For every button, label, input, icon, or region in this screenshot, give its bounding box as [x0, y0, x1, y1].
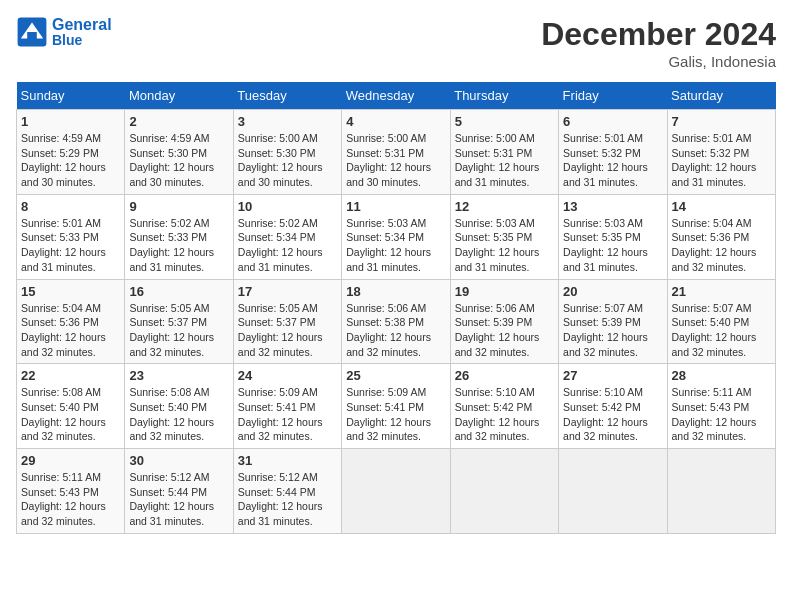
day-info: Sunrise: 5:09 AMSunset: 5:41 PMDaylight:…	[346, 385, 445, 444]
calendar-cell: 23Sunrise: 5:08 AMSunset: 5:40 PMDayligh…	[125, 364, 233, 449]
day-info: Sunrise: 4:59 AMSunset: 5:30 PMDaylight:…	[129, 131, 228, 190]
calendar-cell	[450, 449, 558, 534]
calendar-cell: 18Sunrise: 5:06 AMSunset: 5:38 PMDayligh…	[342, 279, 450, 364]
day-number: 28	[672, 368, 771, 383]
day-info: Sunrise: 5:05 AMSunset: 5:37 PMDaylight:…	[129, 301, 228, 360]
calendar-body: 1Sunrise: 4:59 AMSunset: 5:29 PMDaylight…	[17, 110, 776, 534]
day-info: Sunrise: 5:07 AMSunset: 5:39 PMDaylight:…	[563, 301, 662, 360]
calendar-week-5: 29Sunrise: 5:11 AMSunset: 5:43 PMDayligh…	[17, 449, 776, 534]
calendar-week-4: 22Sunrise: 5:08 AMSunset: 5:40 PMDayligh…	[17, 364, 776, 449]
day-number: 13	[563, 199, 662, 214]
day-number: 2	[129, 114, 228, 129]
day-info: Sunrise: 5:00 AMSunset: 5:31 PMDaylight:…	[455, 131, 554, 190]
logo-text: General Blue	[52, 16, 112, 48]
day-number: 6	[563, 114, 662, 129]
calendar-cell: 30Sunrise: 5:12 AMSunset: 5:44 PMDayligh…	[125, 449, 233, 534]
calendar-cell	[667, 449, 775, 534]
day-number: 5	[455, 114, 554, 129]
calendar-cell: 17Sunrise: 5:05 AMSunset: 5:37 PMDayligh…	[233, 279, 341, 364]
day-number: 21	[672, 284, 771, 299]
day-number: 14	[672, 199, 771, 214]
day-number: 17	[238, 284, 337, 299]
day-info: Sunrise: 4:59 AMSunset: 5:29 PMDaylight:…	[21, 131, 120, 190]
calendar-cell: 13Sunrise: 5:03 AMSunset: 5:35 PMDayligh…	[559, 194, 667, 279]
day-info: Sunrise: 5:12 AMSunset: 5:44 PMDaylight:…	[129, 470, 228, 529]
calendar-cell: 4Sunrise: 5:00 AMSunset: 5:31 PMDaylight…	[342, 110, 450, 195]
day-number: 9	[129, 199, 228, 214]
day-number: 4	[346, 114, 445, 129]
day-info: Sunrise: 5:01 AMSunset: 5:33 PMDaylight:…	[21, 216, 120, 275]
day-info: Sunrise: 5:03 AMSunset: 5:34 PMDaylight:…	[346, 216, 445, 275]
day-number: 19	[455, 284, 554, 299]
calendar-cell: 7Sunrise: 5:01 AMSunset: 5:32 PMDaylight…	[667, 110, 775, 195]
month-title: December 2024	[541, 16, 776, 53]
day-info: Sunrise: 5:05 AMSunset: 5:37 PMDaylight:…	[238, 301, 337, 360]
day-header-thursday: Thursday	[450, 82, 558, 110]
calendar-cell: 15Sunrise: 5:04 AMSunset: 5:36 PMDayligh…	[17, 279, 125, 364]
day-header-saturday: Saturday	[667, 82, 775, 110]
location: Galis, Indonesia	[541, 53, 776, 70]
day-info: Sunrise: 5:00 AMSunset: 5:30 PMDaylight:…	[238, 131, 337, 190]
day-info: Sunrise: 5:01 AMSunset: 5:32 PMDaylight:…	[672, 131, 771, 190]
day-number: 26	[455, 368, 554, 383]
day-info: Sunrise: 5:03 AMSunset: 5:35 PMDaylight:…	[563, 216, 662, 275]
day-info: Sunrise: 5:09 AMSunset: 5:41 PMDaylight:…	[238, 385, 337, 444]
calendar-week-1: 1Sunrise: 4:59 AMSunset: 5:29 PMDaylight…	[17, 110, 776, 195]
calendar-cell: 21Sunrise: 5:07 AMSunset: 5:40 PMDayligh…	[667, 279, 775, 364]
calendar-cell: 24Sunrise: 5:09 AMSunset: 5:41 PMDayligh…	[233, 364, 341, 449]
day-header-friday: Friday	[559, 82, 667, 110]
day-number: 1	[21, 114, 120, 129]
day-info: Sunrise: 5:08 AMSunset: 5:40 PMDaylight:…	[129, 385, 228, 444]
day-number: 10	[238, 199, 337, 214]
day-info: Sunrise: 5:01 AMSunset: 5:32 PMDaylight:…	[563, 131, 662, 190]
day-info: Sunrise: 5:08 AMSunset: 5:40 PMDaylight:…	[21, 385, 120, 444]
day-number: 27	[563, 368, 662, 383]
day-number: 16	[129, 284, 228, 299]
day-number: 22	[21, 368, 120, 383]
day-number: 24	[238, 368, 337, 383]
calendar-cell: 22Sunrise: 5:08 AMSunset: 5:40 PMDayligh…	[17, 364, 125, 449]
calendar-table: SundayMondayTuesdayWednesdayThursdayFrid…	[16, 82, 776, 534]
day-info: Sunrise: 5:00 AMSunset: 5:31 PMDaylight:…	[346, 131, 445, 190]
calendar-cell: 20Sunrise: 5:07 AMSunset: 5:39 PMDayligh…	[559, 279, 667, 364]
day-info: Sunrise: 5:02 AMSunset: 5:34 PMDaylight:…	[238, 216, 337, 275]
day-number: 20	[563, 284, 662, 299]
day-info: Sunrise: 5:10 AMSunset: 5:42 PMDaylight:…	[455, 385, 554, 444]
calendar-header-row: SundayMondayTuesdayWednesdayThursdayFrid…	[17, 82, 776, 110]
day-number: 7	[672, 114, 771, 129]
day-info: Sunrise: 5:12 AMSunset: 5:44 PMDaylight:…	[238, 470, 337, 529]
calendar-cell: 10Sunrise: 5:02 AMSunset: 5:34 PMDayligh…	[233, 194, 341, 279]
day-header-tuesday: Tuesday	[233, 82, 341, 110]
calendar-cell: 1Sunrise: 4:59 AMSunset: 5:29 PMDaylight…	[17, 110, 125, 195]
calendar-cell: 31Sunrise: 5:12 AMSunset: 5:44 PMDayligh…	[233, 449, 341, 534]
calendar-cell: 26Sunrise: 5:10 AMSunset: 5:42 PMDayligh…	[450, 364, 558, 449]
day-info: Sunrise: 5:04 AMSunset: 5:36 PMDaylight:…	[672, 216, 771, 275]
day-info: Sunrise: 5:02 AMSunset: 5:33 PMDaylight:…	[129, 216, 228, 275]
day-header-monday: Monday	[125, 82, 233, 110]
calendar-cell: 9Sunrise: 5:02 AMSunset: 5:33 PMDaylight…	[125, 194, 233, 279]
day-number: 11	[346, 199, 445, 214]
day-info: Sunrise: 5:06 AMSunset: 5:38 PMDaylight:…	[346, 301, 445, 360]
calendar-cell: 29Sunrise: 5:11 AMSunset: 5:43 PMDayligh…	[17, 449, 125, 534]
day-info: Sunrise: 5:10 AMSunset: 5:42 PMDaylight:…	[563, 385, 662, 444]
calendar-cell: 11Sunrise: 5:03 AMSunset: 5:34 PMDayligh…	[342, 194, 450, 279]
day-number: 31	[238, 453, 337, 468]
day-number: 12	[455, 199, 554, 214]
calendar-cell: 28Sunrise: 5:11 AMSunset: 5:43 PMDayligh…	[667, 364, 775, 449]
day-number: 30	[129, 453, 228, 468]
day-number: 15	[21, 284, 120, 299]
calendar-cell: 3Sunrise: 5:00 AMSunset: 5:30 PMDaylight…	[233, 110, 341, 195]
calendar-cell: 12Sunrise: 5:03 AMSunset: 5:35 PMDayligh…	[450, 194, 558, 279]
calendar-cell: 16Sunrise: 5:05 AMSunset: 5:37 PMDayligh…	[125, 279, 233, 364]
calendar-week-3: 15Sunrise: 5:04 AMSunset: 5:36 PMDayligh…	[17, 279, 776, 364]
logo: General Blue	[16, 16, 112, 48]
calendar-week-2: 8Sunrise: 5:01 AMSunset: 5:33 PMDaylight…	[17, 194, 776, 279]
calendar-cell: 8Sunrise: 5:01 AMSunset: 5:33 PMDaylight…	[17, 194, 125, 279]
day-number: 29	[21, 453, 120, 468]
day-number: 23	[129, 368, 228, 383]
day-info: Sunrise: 5:07 AMSunset: 5:40 PMDaylight:…	[672, 301, 771, 360]
day-number: 18	[346, 284, 445, 299]
day-info: Sunrise: 5:11 AMSunset: 5:43 PMDaylight:…	[672, 385, 771, 444]
day-info: Sunrise: 5:06 AMSunset: 5:39 PMDaylight:…	[455, 301, 554, 360]
day-header-wednesday: Wednesday	[342, 82, 450, 110]
